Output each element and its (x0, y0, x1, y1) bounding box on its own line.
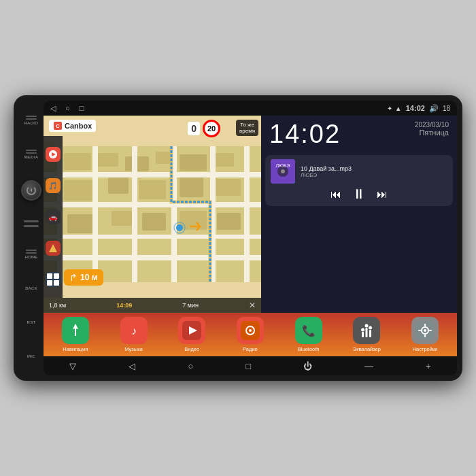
svg-rect-56 (424, 324, 426, 326)
music-text: 10 Давай за...mp3 ЛЮБЭ (301, 165, 447, 178)
music-section: ЛЮБЭ 10 Давай за...mp3 ЛЮБЭ ⏮ ⏸ (265, 155, 453, 206)
recent-nav-icon[interactable]: □ (80, 104, 84, 112)
svg-rect-9 (139, 180, 166, 199)
app-item-video[interactable]: Видео (174, 317, 209, 352)
bluetooth-status-icon: ✦ (387, 105, 392, 112)
app-item-settings[interactable]: Настройки (407, 317, 443, 352)
svg-rect-17 (44, 172, 261, 177)
home-nav-icon[interactable]: ○ (65, 104, 70, 112)
svg-rect-6 (214, 153, 234, 167)
map-area[interactable]: C Canbox 0 20 То же время (44, 116, 261, 313)
svg-rect-10 (180, 177, 203, 197)
top-section: C Canbox 0 20 То же время (44, 116, 457, 313)
status-time: 14:02 (406, 104, 425, 112)
screen: ◁ ○ □ ✦ ▲ 14:02 🔊 18 (44, 101, 457, 375)
svg-rect-58 (418, 330, 421, 331)
app-grid: Навигация♪МузыкаВидеоРадио📞BluetoothЭква… (44, 313, 457, 356)
app-strip-left: 🎵 🚗 (44, 136, 63, 298)
app-icon-equalizer (353, 317, 380, 344)
app-label-video: Видео (184, 346, 199, 352)
bottom-nav-btn-6[interactable]: + (420, 358, 437, 374)
app-item-equalizer[interactable]: Эквалайзер (349, 317, 384, 352)
bottom-nav-btn-0[interactable]: ▽ (64, 358, 82, 374)
carplay-brand-icon[interactable] (46, 241, 61, 256)
home-button[interactable]: HOME (22, 247, 41, 262)
app-icon-bluetooth: 📞 (295, 317, 322, 344)
nav-icons: ◁ ○ □ (50, 104, 84, 113)
device-frame: RADIO MEDIA HOME BACK RST MIC (14, 95, 462, 381)
right-panel: 14:02 2023/03/10 Пятница (261, 116, 457, 313)
svg-rect-22 (92, 146, 98, 282)
brand-svg (48, 243, 58, 254)
map-speed-display: 0 20 (188, 120, 220, 137)
bottom-nav-btn-5[interactable]: — (359, 358, 379, 374)
svg-text:ЛЮБЭ: ЛЮБЭ (275, 163, 290, 168)
music-info-row: ЛЮБЭ 10 Давай за...mp3 ЛЮБЭ (271, 159, 447, 184)
rst-button[interactable]: RST (22, 314, 41, 329)
app-label-music: Музыка (124, 346, 143, 352)
turn-distance: 10 м (80, 273, 98, 282)
volume-level: 18 (443, 105, 450, 112)
vol-indicator-2 (24, 225, 39, 227)
media-button[interactable]: MEDIA (22, 147, 41, 162)
music-strip-icon[interactable]: 🎵 (46, 178, 61, 193)
carplay-icon[interactable] (46, 147, 61, 162)
back-button[interactable]: BACK (22, 281, 41, 296)
svg-rect-19 (44, 235, 261, 239)
app-item-bluetooth[interactable]: 📞Bluetooth (291, 317, 326, 352)
app-icon-nav (62, 317, 89, 344)
play-pause-button[interactable]: ⏸ (352, 186, 366, 202)
map-distance: 1,8 км (49, 302, 66, 309)
music-artist: ЛЮБЭ (301, 172, 447, 178)
svg-rect-1 (64, 153, 91, 170)
bottom-nav-btn-3[interactable]: □ (240, 358, 256, 374)
next-button[interactable]: ⏭ (377, 188, 388, 201)
app-item-music[interactable]: ♪Музыка (116, 317, 152, 352)
app-icon-radio (237, 317, 264, 344)
album-art-svg: ЛЮБЭ (271, 159, 295, 184)
carplay-svg (48, 149, 58, 160)
svg-point-50 (361, 328, 364, 332)
svg-point-43 (249, 329, 252, 332)
date-day: Пятница (415, 129, 449, 137)
svg-rect-47 (362, 332, 364, 337)
back-nav-icon[interactable]: ◁ (50, 104, 56, 113)
svg-rect-26 (244, 146, 250, 282)
speed-limit-sign: 20 (203, 120, 220, 137)
radio-button[interactable]: RADIO (22, 113, 41, 128)
mic-button[interactable]: MIC (22, 348, 41, 363)
music-title: 10 Давай за...mp3 (301, 165, 447, 172)
status-right: ✦ ▲ 14:02 🔊 18 (387, 104, 450, 113)
svg-rect-18 (44, 202, 261, 207)
screen-content: ◁ ○ □ ✦ ▲ 14:02 🔊 18 (44, 101, 457, 375)
power-knob[interactable] (21, 180, 41, 201)
bottom-nav-btn-2[interactable]: ○ (182, 358, 199, 374)
map-close-button[interactable]: ✕ (249, 301, 256, 310)
app-label-radio: Радио (243, 346, 258, 352)
svg-rect-2 (98, 153, 118, 167)
prev-button[interactable]: ⏮ (330, 188, 341, 201)
canbox-logo: C Canbox (49, 120, 96, 132)
app-icon-music: ♪ (120, 317, 148, 344)
bottom-nav-btn-4[interactable]: ⏻ (298, 358, 318, 374)
app-item-radio[interactable]: Радио (233, 317, 268, 352)
svg-point-52 (369, 326, 372, 330)
grid-menu-icon[interactable] (46, 272, 61, 287)
music-controls: ⏮ ⏸ ⏭ (271, 186, 447, 202)
instruction-line2: время (239, 128, 255, 134)
svg-text:C: C (56, 123, 60, 129)
bottom-nav-btn-1[interactable]: ◁ (123, 358, 141, 374)
wifi-status-icon: ▲ (395, 105, 402, 112)
svg-rect-48 (366, 328, 368, 337)
bottom-nav: ▽◁○□⏻—+ (44, 356, 457, 375)
vol-indicator (24, 220, 39, 222)
app-label-settings: Настройки (413, 346, 438, 352)
car-icon[interactable]: 🚗 (46, 209, 61, 224)
map-eta-duration: 7 мин (182, 302, 199, 309)
svg-rect-5 (180, 154, 207, 171)
svg-rect-11 (214, 179, 241, 196)
app-item-nav[interactable]: Навигация (58, 317, 93, 352)
svg-rect-8 (108, 177, 129, 194)
svg-rect-16 (217, 213, 241, 230)
svg-rect-49 (369, 330, 371, 337)
